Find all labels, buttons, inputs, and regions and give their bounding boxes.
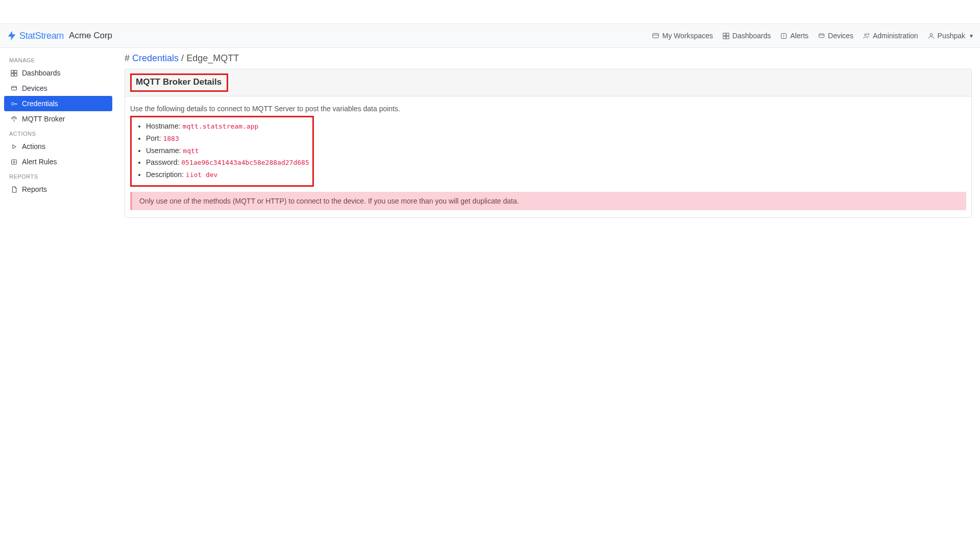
broker-details-card: MQTT Broker Details Use the following de… — [125, 69, 972, 218]
nav-label: Alerts — [790, 32, 808, 40]
svg-point-11 — [865, 34, 867, 36]
alert-icon — [780, 32, 788, 40]
sidebar-item-dashboards[interactable]: Dashboards — [4, 65, 112, 81]
card-title: MQTT Broker Details — [130, 73, 228, 92]
sidebar-section-reports: REPORTS — [4, 169, 112, 182]
svg-rect-15 — [14, 70, 17, 72]
topbar: StatStream Acme Corp My Workspaces Dashb… — [0, 23, 980, 48]
svg-point-20 — [12, 103, 14, 105]
layout: MANAGE Dashboards Devices Credentials MQ… — [0, 48, 980, 551]
play-icon — [10, 143, 18, 151]
instruction-text: Use the following details to connect to … — [130, 105, 966, 113]
sidebar-item-actions[interactable]: Actions — [4, 139, 112, 154]
detail-username: Username: mqtt — [146, 145, 309, 157]
topbar-left: StatStream Acme Corp — [6, 30, 112, 41]
detail-value: iiot dev — [186, 171, 218, 179]
sidebar-item-label: Alert Rules — [22, 158, 57, 166]
svg-point-12 — [868, 33, 869, 35]
detail-value: 1883 — [163, 135, 179, 142]
sidebar-item-reports[interactable]: Reports — [4, 182, 112, 197]
nav-label: Devices — [828, 32, 853, 40]
svg-rect-26 — [12, 160, 17, 164]
detail-label: Username: — [146, 146, 181, 155]
brand-logo[interactable]: StatStream — [6, 30, 64, 41]
dashboard-icon — [722, 32, 730, 40]
nav-label: My Workspaces — [662, 32, 713, 40]
nav-alerts[interactable]: Alerts — [780, 32, 808, 40]
devices-icon — [10, 85, 18, 92]
card-header: MQTT Broker Details — [125, 69, 971, 96]
sidebar: MANAGE Dashboards Devices Credentials MQ… — [0, 48, 116, 551]
detail-port: Port: 1883 — [146, 133, 309, 145]
card-body: Use the following details to connect to … — [125, 96, 971, 217]
nav-user-name: Pushpak — [938, 32, 965, 40]
detail-hostname: Hostname: mqtt.statstream.app — [146, 120, 309, 133]
sidebar-item-label: Devices — [22, 84, 47, 92]
detail-label: Description: — [146, 170, 184, 179]
svg-rect-5 — [726, 36, 729, 39]
brand-name: StatStream — [19, 31, 64, 41]
report-icon — [10, 186, 18, 193]
company-name: Acme Corp — [69, 31, 112, 41]
sidebar-item-credentials[interactable]: Credentials — [4, 96, 112, 111]
svg-rect-4 — [723, 36, 726, 39]
sidebar-item-label: Dashboards — [22, 69, 61, 77]
nav-label: Administration — [873, 32, 918, 40]
nav-label: Dashboards — [732, 32, 771, 40]
user-icon — [927, 32, 935, 40]
sidebar-section-manage: MANAGE — [4, 53, 112, 65]
sidebar-item-label: MQTT Broker — [22, 115, 65, 123]
svg-rect-9 — [819, 34, 824, 38]
key-icon — [10, 100, 18, 108]
topbar-right: My Workspaces Dashboards Alerts Devices … — [652, 32, 974, 40]
detail-label: Password: — [146, 158, 179, 166]
svg-rect-16 — [11, 73, 14, 76]
svg-rect-0 — [653, 33, 658, 38]
detail-value: mqtt — [183, 147, 199, 155]
sidebar-item-label: Actions — [22, 142, 45, 151]
svg-marker-25 — [13, 144, 16, 148]
devices-icon — [818, 32, 825, 40]
svg-rect-2 — [723, 33, 726, 35]
detail-password: Password: 051ae96c341443a4bc58e288ad27d6… — [146, 157, 309, 169]
main-content: # Credentials / Edge_MQTT MQTT Broker De… — [116, 48, 980, 551]
workspaces-icon — [652, 32, 659, 40]
dashboard-icon — [10, 69, 18, 77]
detail-value: 051ae96c341443a4bc58e288ad27d685 — [181, 159, 309, 166]
breadcrumb: # Credentials / Edge_MQTT — [125, 53, 972, 64]
svg-rect-14 — [11, 70, 14, 72]
broker-details-box: Hostname: mqtt.statstream.app Port: 1883… — [130, 116, 314, 187]
svg-point-13 — [930, 33, 933, 36]
svg-point-8 — [784, 37, 785, 37]
detail-label: Port: — [146, 134, 161, 142]
warning-alert: Only use one of the methods (MQTT or HTT… — [130, 192, 966, 210]
bolt-icon — [6, 30, 17, 41]
sidebar-item-label: Reports — [22, 185, 47, 193]
caret-down-icon: ▼ — [969, 33, 974, 39]
svg-rect-3 — [726, 33, 729, 35]
nav-devices[interactable]: Devices — [818, 32, 853, 40]
detail-label: Hostname: — [146, 122, 181, 130]
rules-icon — [10, 158, 18, 166]
nav-my-workspaces[interactable]: My Workspaces — [652, 32, 713, 40]
sidebar-item-alert-rules[interactable]: Alert Rules — [4, 154, 112, 169]
nav-administration[interactable]: Administration — [863, 32, 918, 40]
sidebar-item-devices[interactable]: Devices — [4, 81, 112, 96]
svg-rect-17 — [14, 73, 17, 76]
nav-dashboards[interactable]: Dashboards — [722, 32, 771, 40]
sidebar-section-actions: ACTIONS — [4, 127, 112, 139]
svg-rect-18 — [12, 86, 17, 90]
sidebar-item-mqtt-broker[interactable]: MQTT Broker — [4, 111, 112, 127]
breadcrumb-parent-link[interactable]: Credentials — [132, 53, 179, 63]
detail-description: Description: iiot dev — [146, 169, 309, 181]
admin-icon — [863, 32, 870, 40]
sidebar-item-label: Credentials — [22, 99, 58, 108]
broker-icon — [10, 115, 18, 123]
detail-value: mqtt.statstream.app — [183, 122, 259, 130]
nav-user-menu[interactable]: Pushpak ▼ — [927, 32, 974, 40]
